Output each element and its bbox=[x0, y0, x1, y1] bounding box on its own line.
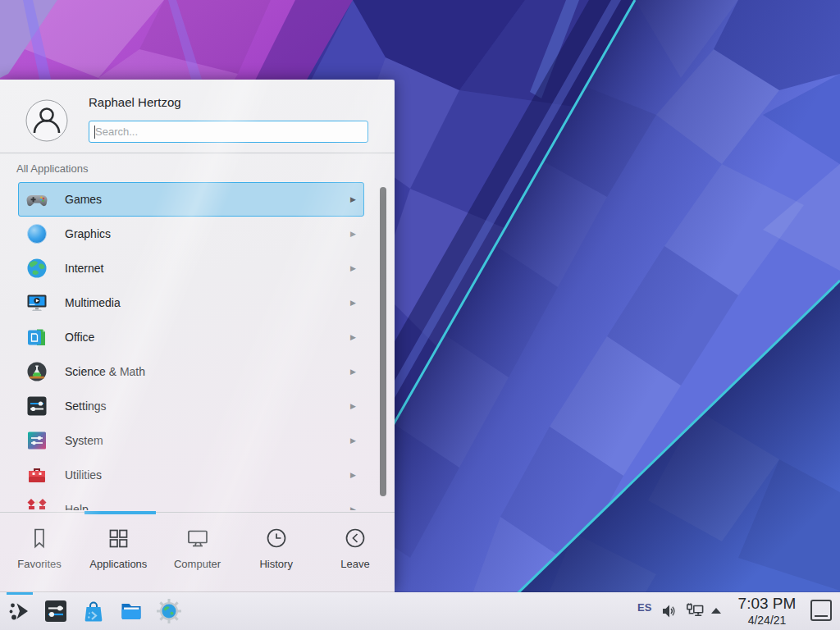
discover-software-center-launcher[interactable] bbox=[80, 598, 107, 624]
header-divider bbox=[0, 153, 395, 153]
monitor-icon bbox=[185, 526, 210, 550]
text-cursor bbox=[94, 126, 95, 139]
tab-label: Favorites bbox=[17, 558, 61, 570]
category-row-science-math[interactable]: Science & Math ▶ bbox=[18, 354, 364, 389]
footer-divider bbox=[0, 512, 395, 513]
category-row-help[interactable]: Help ▶ bbox=[18, 492, 364, 510]
file-manager-launcher[interactable] bbox=[118, 598, 144, 624]
leave-circle-icon bbox=[343, 526, 368, 550]
category-list: Games ▶ Graphics ▶ bbox=[0, 182, 395, 510]
documents-icon bbox=[25, 326, 48, 349]
list-scrollbar[interactable] bbox=[380, 187, 386, 496]
digital-clock[interactable]: 7:03 PM 4/24/21 bbox=[729, 596, 805, 626]
desktop-screen: Raphael Hertzog All Applications bbox=[0, 0, 840, 630]
tab-label: Applications bbox=[89, 558, 147, 570]
category-row-settings[interactable]: Settings ▶ bbox=[18, 389, 364, 423]
user-avatar-icon bbox=[25, 99, 68, 142]
submenu-arrow-icon: ▶ bbox=[350, 402, 356, 410]
category-label: Games bbox=[65, 193, 102, 206]
system-settings-launcher[interactable] bbox=[43, 598, 69, 624]
submenu-arrow-icon: ▶ bbox=[350, 230, 356, 238]
tab-applications[interactable]: Applications bbox=[79, 515, 158, 592]
submenu-arrow-icon: ▶ bbox=[350, 333, 356, 341]
sphere-icon bbox=[25, 222, 48, 245]
tab-label: Leave bbox=[340, 558, 369, 570]
tab-computer[interactable]: Computer bbox=[158, 515, 236, 592]
section-label: All Applications bbox=[16, 162, 88, 175]
clock-date: 4/24/21 bbox=[729, 614, 805, 626]
launcher-tab-bar: Favorites Applications bbox=[0, 515, 395, 592]
tab-favorites[interactable]: Favorites bbox=[0, 515, 79, 592]
web-browser-launcher[interactable] bbox=[156, 598, 182, 624]
active-tab-indicator bbox=[84, 511, 156, 514]
category-row-multimedia[interactable]: Multimedia ▶ bbox=[18, 285, 364, 320]
life-buoy-icon bbox=[25, 498, 48, 510]
submenu-arrow-icon: ▶ bbox=[350, 264, 356, 272]
submenu-arrow-icon: ▶ bbox=[350, 195, 356, 203]
category-label: Science & Math bbox=[65, 365, 145, 378]
clock-time: 7:03 PM bbox=[729, 596, 805, 611]
submenu-arrow-icon: ▶ bbox=[350, 471, 356, 479]
search-field bbox=[89, 121, 368, 143]
category-label: Help bbox=[65, 503, 89, 510]
submenu-arrow-icon: ▶ bbox=[350, 299, 356, 307]
keyboard-layout-indicator[interactable]: ES bbox=[637, 601, 651, 614]
application-launcher-panel: Raphael Hertzog All Applications bbox=[0, 80, 395, 592]
bookmark-icon bbox=[27, 526, 52, 550]
show-desktop-button[interactable] bbox=[810, 600, 832, 621]
category-label: Utilities bbox=[65, 468, 102, 482]
audio-volume-icon[interactable] bbox=[661, 603, 678, 619]
search-input[interactable] bbox=[89, 121, 368, 142]
gamepad-icon bbox=[25, 188, 48, 211]
monitor-play-icon bbox=[25, 291, 48, 314]
category-label: Internet bbox=[65, 262, 103, 275]
category-row-utilities[interactable]: Utilities ▶ bbox=[18, 458, 364, 492]
category-label: Graphics bbox=[65, 227, 111, 240]
tab-history[interactable]: History bbox=[237, 515, 316, 592]
launcher-header: Raphael Hertzog bbox=[0, 80, 395, 153]
user-name: Raphael Hertzog bbox=[89, 95, 181, 109]
category-label: Office bbox=[65, 331, 94, 344]
application-launcher-button[interactable] bbox=[7, 598, 33, 624]
category-row-games[interactable]: Games ▶ bbox=[18, 182, 364, 217]
submenu-arrow-icon: ▶ bbox=[350, 436, 356, 445]
tab-label: Computer bbox=[174, 558, 221, 570]
tab-leave[interactable]: Leave bbox=[316, 515, 395, 592]
category-label: Multimedia bbox=[65, 296, 121, 309]
submenu-arrow-icon: ▶ bbox=[350, 368, 356, 376]
category-row-office[interactable]: Office ▶ bbox=[18, 320, 364, 354]
sliders-dark-icon bbox=[25, 395, 48, 418]
flask-icon bbox=[25, 360, 48, 383]
category-label: System bbox=[65, 434, 103, 447]
globe-icon bbox=[25, 257, 48, 280]
submenu-arrow-icon: ▶ bbox=[350, 505, 356, 510]
category-row-internet[interactable]: Internet ▶ bbox=[18, 251, 364, 285]
category-row-graphics[interactable]: Graphics ▶ bbox=[18, 217, 364, 251]
network-wired-icon[interactable] bbox=[686, 602, 704, 620]
sliders-gradient-icon bbox=[25, 429, 48, 452]
category-label: Settings bbox=[65, 399, 107, 413]
expand-tray-arrow-icon[interactable] bbox=[710, 607, 722, 614]
tab-label: History bbox=[259, 558, 292, 570]
category-row-system[interactable]: System ▶ bbox=[18, 423, 364, 458]
grid-icon bbox=[106, 526, 130, 550]
taskbar-panel: ES 7:03 PM bbox=[0, 592, 840, 630]
clock-icon bbox=[264, 526, 289, 550]
toolbox-icon bbox=[25, 463, 48, 486]
launcher-active-indicator bbox=[7, 592, 33, 595]
